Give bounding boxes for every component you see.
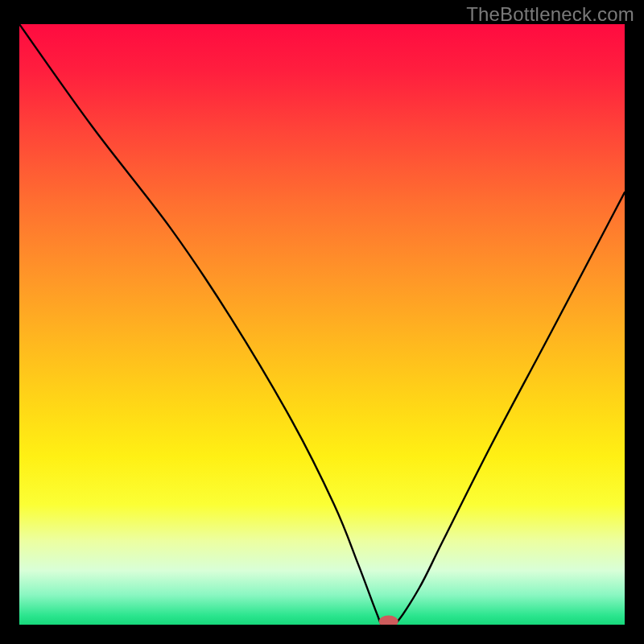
watermark-text: TheBottleneck.com — [466, 3, 634, 26]
chart-svg — [19, 24, 625, 625]
chart-frame: TheBottleneck.com — [0, 0, 644, 644]
gradient-background — [19, 24, 625, 625]
plot-area — [19, 24, 625, 625]
